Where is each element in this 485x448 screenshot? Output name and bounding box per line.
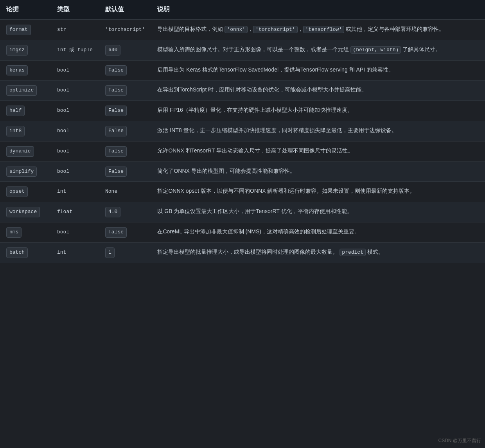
desc-cell: 指定ONNX opset 版本，以便与不同的ONNX 解析器和运行时兼容。如果未…	[151, 182, 485, 202]
default-cell: False	[99, 141, 151, 161]
type-cell: bool	[51, 81, 99, 101]
table-row: nmsboolFalse在CoreML 导出中添加非最大值抑制 (NMS)，这对…	[0, 222, 485, 242]
type-value: bool	[57, 87, 69, 93]
desc-cell: 激活 INT8 量化，进一步压缩模型并加快推理速度，同时将精度损失降至最低，主要…	[151, 121, 485, 141]
type-value: int 或 tuple	[57, 47, 93, 53]
param-name: optimize	[6, 85, 37, 96]
default-cell: False	[99, 161, 151, 182]
param-cell: optimize	[0, 81, 51, 101]
inline-code: 'onnx'	[225, 26, 248, 33]
param-name: nms	[6, 227, 22, 238]
table-row: imgszint 或 tuple640模型输入所需的图像尺寸。对于正方形图像，可…	[0, 40, 485, 60]
default-value: 'torchscript'	[105, 27, 145, 32]
default-cell: 1	[99, 242, 151, 263]
inline-code: (height, width)	[350, 46, 401, 54]
default-cell: None	[99, 182, 151, 202]
param-name: keras	[6, 65, 28, 76]
default-cell: 640	[99, 40, 151, 60]
desc-cell: 启用 FP16（半精度）量化，在支持的硬件上减小模型大小并可能加快推理速度。	[151, 101, 485, 121]
param-name: int8	[6, 126, 25, 136]
param-cell: imgsz	[0, 40, 51, 60]
desc-cell: 在导出到TorchScript 时，应用针对移动设备的优化，可能会减小模型大小并…	[151, 81, 485, 101]
default-value: False	[105, 106, 127, 116]
table-row: optimizeboolFalse在导出到TorchScript 时，应用针对移…	[0, 81, 485, 101]
table-row: dynamicboolFalse允许ONNX 和TensorRT 导出动态输入尺…	[0, 141, 485, 161]
type-cell: float	[51, 202, 99, 222]
params-table: 论据 类型 默认值 说明 formatstr'torchscript'导出模型的…	[0, 0, 485, 263]
col-header-type: 类型	[51, 0, 99, 20]
default-cell: 'torchscript'	[99, 20, 151, 40]
param-name: imgsz	[6, 45, 28, 56]
desc-cell: 模型输入所需的图像尺寸。对于正方形图像，可以是一个整数，或者是一个元组 (hei…	[151, 40, 485, 60]
param-name: half	[6, 106, 25, 116]
param-name: opset	[6, 186, 28, 197]
type-value: bool	[57, 67, 69, 73]
default-cell: False	[99, 81, 151, 101]
col-header-param: 论据	[0, 0, 51, 20]
default-cell: False	[99, 222, 151, 242]
default-value: 1	[105, 247, 115, 258]
param-name: format	[6, 25, 31, 35]
table-row: workspacefloat4.0以 GB 为单位设置最大工作区大小，用于Ten…	[0, 202, 485, 222]
param-cell: batch	[0, 242, 51, 263]
default-value: False	[105, 126, 127, 136]
default-value: False	[105, 167, 127, 177]
param-cell: half	[0, 101, 51, 121]
param-cell: keras	[0, 60, 51, 81]
type-cell: str	[51, 20, 99, 40]
type-cell: bool	[51, 222, 99, 242]
col-header-default: 默认值	[99, 0, 151, 20]
default-value: None	[105, 188, 117, 194]
desc-cell: 以 GB 为单位设置最大工作区大小，用于TensorRT 优化，平衡内存使用和性…	[151, 202, 485, 222]
param-name: batch	[6, 247, 28, 258]
param-cell: int8	[0, 121, 51, 141]
param-name: workspace	[6, 207, 40, 217]
type-cell: int 或 tuple	[51, 40, 99, 60]
table-row: simplifyboolFalse简化了ONNX 导出的模型图，可能会提高性能和…	[0, 161, 485, 182]
desc-cell: 在CoreML 导出中添加非最大值抑制 (NMS)，这对精确高效的检测后处理至关…	[151, 222, 485, 242]
param-name: simplify	[6, 167, 37, 177]
default-cell: False	[99, 121, 151, 141]
type-value: str	[57, 27, 66, 32]
table-row: batchint1指定导出模型的批量推理大小，或导出模型将同时处理的图像的最大数…	[0, 242, 485, 263]
type-cell: int	[51, 242, 99, 263]
default-cell: 4.0	[99, 202, 151, 222]
param-cell: workspace	[0, 202, 51, 222]
type-value: int	[57, 249, 66, 255]
desc-cell: 指定导出模型的批量推理大小，或导出模型将同时处理的图像的最大数量。 predic…	[151, 242, 485, 263]
type-cell: bool	[51, 60, 99, 81]
type-value: bool	[57, 128, 69, 134]
type-value: bool	[57, 148, 69, 154]
watermark: CSDN @万里不留行	[438, 437, 481, 444]
table-row: kerasboolFalse启用导出为 Keras 格式的TensorFlow …	[0, 60, 485, 81]
default-value: False	[105, 146, 127, 157]
default-value: 4.0	[105, 207, 120, 217]
table-header-row: 论据 类型 默认值 说明	[0, 0, 485, 20]
default-cell: False	[99, 101, 151, 121]
default-cell: False	[99, 60, 151, 81]
inline-code: 'tensorflow'	[303, 26, 345, 33]
type-value: bool	[57, 229, 69, 235]
type-value: bool	[57, 168, 69, 174]
type-cell: bool	[51, 101, 99, 121]
type-cell: bool	[51, 141, 99, 161]
param-cell: dynamic	[0, 141, 51, 161]
default-value: False	[105, 85, 127, 96]
desc-cell: 启用导出为 Keras 格式的TensorFlow SavedModel，提供与…	[151, 60, 485, 81]
table-row: opsetintNone指定ONNX opset 版本，以便与不同的ONNX 解…	[0, 182, 485, 202]
desc-cell: 导出模型的目标格式，例如 'onnx'，'torchscript'，'tenso…	[151, 20, 485, 40]
param-name: dynamic	[6, 146, 34, 157]
param-cell: nms	[0, 222, 51, 242]
default-value: False	[105, 65, 127, 76]
type-value: float	[57, 209, 72, 215]
inline-code: predict	[340, 249, 366, 256]
inline-code: 'torchscript'	[253, 26, 297, 33]
desc-cell: 简化了ONNX 导出的模型图，可能会提高性能和兼容性。	[151, 161, 485, 182]
col-header-desc: 说明	[151, 0, 485, 20]
desc-cell: 允许ONNX 和TensorRT 导出动态输入尺寸，提高了处理不同图像尺寸的灵活…	[151, 141, 485, 161]
type-cell: int	[51, 182, 99, 202]
param-cell: format	[0, 20, 51, 40]
param-cell: simplify	[0, 161, 51, 182]
table-row: formatstr'torchscript'导出模型的目标格式，例如 'onnx…	[0, 20, 485, 40]
type-cell: bool	[51, 161, 99, 182]
